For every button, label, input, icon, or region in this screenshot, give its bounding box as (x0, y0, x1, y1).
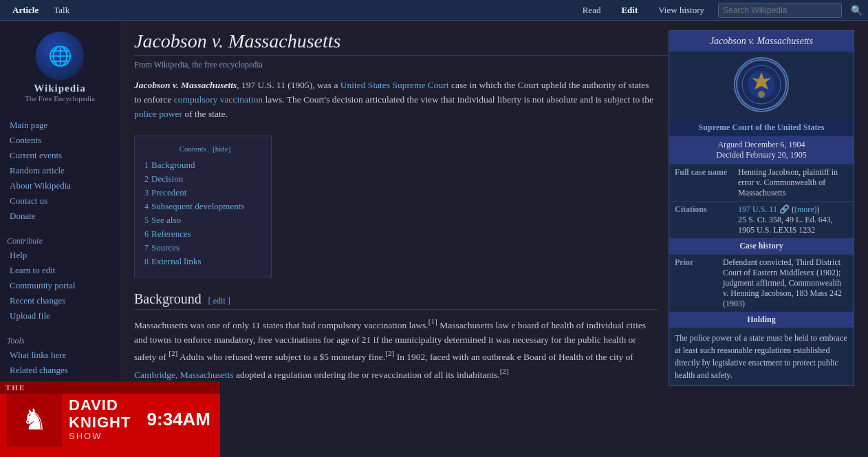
sidebar-item-mainpage[interactable]: Main page (0, 118, 120, 133)
contents-num-2: 2 (144, 174, 149, 184)
action-edit[interactable]: Edit (614, 2, 644, 19)
page-actions: Read Edit View history 🔍 (576, 2, 862, 19)
infobox-value-prior: Defendant convicted, Third District Cour… (717, 255, 854, 312)
sidebar-item-about[interactable]: About Wikipedia (0, 178, 120, 193)
infobox-label-citations: Citations (669, 202, 733, 239)
contents-link-decision[interactable]: Decision (151, 173, 183, 184)
infobox-title: Jacobson v. Massachusetts (669, 31, 854, 52)
contents-item-1[interactable]: 1Background (144, 158, 261, 172)
bg-cite-1: [1] (428, 317, 437, 326)
sidebar-item-communityportal[interactable]: Community portal (0, 278, 120, 293)
contents-link-background[interactable]: Background (151, 160, 195, 170)
contents-hide[interactable]: [hide] (213, 145, 230, 153)
contents-item-4[interactable]: 4Subsequent developments (144, 200, 261, 213)
more-citations-link[interactable]: (more) (794, 204, 817, 214)
contents-num-8: 8 (144, 257, 149, 266)
sidebar-item-uploadfile[interactable]: Upload file (0, 308, 120, 323)
sidebar-item-currentevents[interactable]: Current events (0, 148, 120, 163)
video-the-label: THE (6, 383, 25, 392)
tab-talk[interactable]: Talk (47, 2, 76, 19)
sidebar-item-random[interactable]: Random article (0, 163, 120, 178)
contents-item-3[interactable]: 3Precedent (144, 186, 261, 200)
bg-text-3: Massachusetts law (437, 319, 512, 330)
infobox-court: Supreme Court of the United States (669, 119, 854, 136)
sidebar-item-relatedchanges[interactable]: Related changes (0, 363, 120, 378)
video-top-bar: THE (0, 381, 220, 394)
search-button[interactable]: 🔍 (851, 5, 862, 16)
contents-item-6[interactable]: 6References (144, 227, 261, 241)
supreme-court-link[interactable]: United States Supreme Court (340, 80, 449, 90)
infobox-argued: Argued December 6, 1904 (675, 140, 848, 150)
action-read[interactable]: Read (576, 2, 608, 19)
tools-header: Tools (0, 330, 120, 348)
infobox-label-fullcase: Full case name (669, 164, 733, 202)
contribute-header: Contribute (0, 231, 120, 248)
infobox-row-citations: Citations 197 U.S. 11 🔗 ((more)) 25 S. C… (669, 202, 854, 239)
video-text-container: DAVID KNIGHT SHOW (69, 397, 138, 440)
contents-link-references[interactable]: References (151, 228, 191, 239)
cambridge-link[interactable]: Cambridge, Massachusetts (134, 369, 234, 379)
case-history-header: Case history (669, 238, 854, 254)
infobox-label-prior: Prior (669, 255, 717, 312)
wiki-title: Wikipedia (0, 83, 120, 94)
bg-text-13: or revaccination of all its inhabitants. (362, 369, 500, 379)
bg-cite-3: [2] (385, 349, 394, 357)
bg-cite-4: [2] (500, 367, 509, 375)
sidebar-item-learntoedit[interactable]: Learn to edit (0, 263, 120, 278)
compulsory-vaccination-link[interactable]: compulsory vaccination (174, 94, 263, 105)
contents-num-3: 3 (144, 188, 149, 198)
contents-item-2[interactable]: 2Decision (144, 172, 261, 186)
infobox-decided: Decided February 20, 1905 (675, 150, 848, 160)
police-power-link[interactable]: police power (134, 109, 182, 119)
sidebar-item-contact[interactable]: Contact us (0, 193, 120, 209)
contents-link-subsequent[interactable]: Subsequent developments (151, 201, 244, 211)
video-show-line: SHOW (69, 431, 138, 441)
infobox-holding-text: The police power of a state must be held… (669, 328, 854, 385)
infobox-dates: Argued December 6, 1904 Decided February… (669, 136, 854, 164)
background-title-text: Background (134, 291, 202, 307)
citation-link[interactable]: 197 U.S. 11 (738, 204, 777, 214)
contents-link-externallinks[interactable]: External links (151, 256, 202, 266)
contents-num-6: 6 (144, 229, 149, 239)
bg-text-10: In 1902, faced with an outbreak (394, 352, 517, 362)
contents-box: Contents [hide] 1Background 2Decision 3P… (134, 136, 272, 277)
contents-item-5[interactable]: 5See also (144, 213, 261, 227)
video-show-name-line1: DAVID (69, 397, 138, 414)
intro-text-1: , 197 U.S. 11 (1905), was a (237, 80, 340, 90)
contents-item-8[interactable]: 8External links (144, 255, 261, 268)
sidebar-item-recentchanges[interactable]: Recent changes (0, 293, 120, 308)
bg-text-11: e Board of Health of the city of (517, 352, 633, 362)
tab-article[interactable]: Article (6, 2, 45, 19)
wiki-logo-container: 🌐 Wikipedia The Free Encyclopedia (0, 26, 120, 111)
search-input[interactable] (718, 3, 842, 18)
chess-knight-icon: ♞ (21, 403, 47, 436)
sidebar-item-donate[interactable]: Donate (0, 209, 120, 224)
bg-text-1: Massachusetts was one of only 11 states … (134, 319, 428, 330)
sidebar-navigation: Main page Contents Current events Random… (0, 118, 120, 224)
citation-extra: 25 S. Ct. 358, 49 L. Ed. 643, 1905 U.S. … (738, 215, 833, 235)
background-edit-link[interactable]: [ edit ] (208, 296, 230, 306)
contents-num-5: 5 (144, 215, 149, 225)
contents-link-seealso[interactable]: See also (151, 215, 181, 225)
infobox-value-fullcase: Henning Jacobson, plaintiff in error v. … (733, 164, 854, 202)
contents-label: Contents (180, 145, 206, 153)
contents-link-sources[interactable]: Sources (151, 242, 180, 253)
background-section-title: Background [ edit ] (134, 291, 658, 310)
contents-num-4: 4 (144, 202, 149, 211)
bg-text-12: adopted a regulation ordering the (234, 369, 362, 379)
supreme-court-seal (734, 57, 789, 112)
top-navigation-bar: Article Talk Read Edit View history 🔍 (0, 0, 868, 21)
sidebar-item-whatlinkshere[interactable]: What links here (0, 348, 120, 363)
contents-item-7[interactable]: 7Sources (144, 241, 261, 255)
action-history[interactable]: View history (651, 2, 711, 19)
infobox: Jacobson v. Massachusetts Supreme Court … (669, 30, 854, 386)
infobox-row-fullcase: Full case name Henning Jacobson, plainti… (669, 164, 854, 202)
intro-text-4: of the state. (182, 109, 228, 119)
sidebar-item-help[interactable]: Help (0, 248, 120, 263)
video-overlay[interactable]: THE ♞ DAVID KNIGHT SHOW 9:34AM (0, 381, 220, 457)
contents-link-precedent[interactable]: Precedent (151, 187, 186, 198)
sidebar-item-contents[interactable]: Contents (0, 133, 120, 148)
seal-svg (735, 59, 788, 111)
infobox-history-table: Prior Defendant convicted, Third Distric… (669, 254, 854, 312)
article-content: Jacobson v. Massachusetts Supreme Court … (120, 21, 868, 457)
